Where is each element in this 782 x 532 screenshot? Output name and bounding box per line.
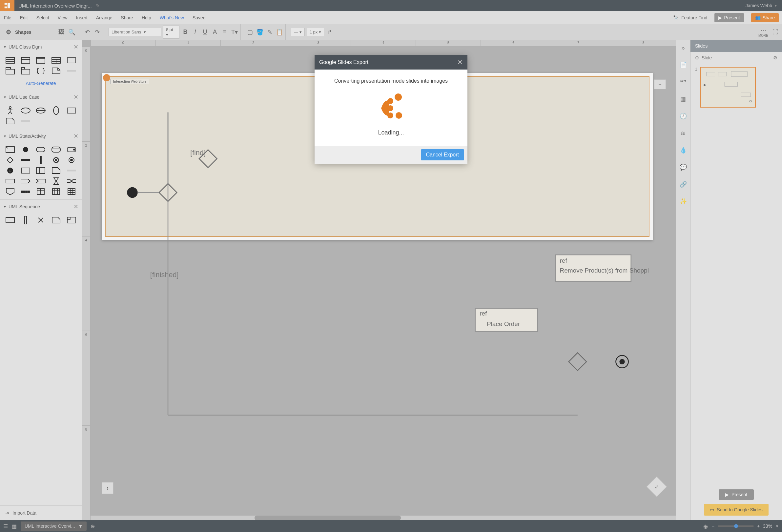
svg-point-96: [387, 105, 393, 111]
svg-point-93: [395, 94, 402, 101]
close-icon[interactable]: ✕: [457, 59, 463, 66]
cancel-export-button[interactable]: Cancel Export: [421, 149, 464, 161]
loading-text: Loading...: [321, 129, 461, 136]
svg-point-95: [387, 98, 393, 104]
export-modal: Google Slides Export ✕ Converting presen…: [315, 55, 467, 164]
modal-backdrop: Google Slides Export ✕ Converting presen…: [0, 0, 782, 532]
modal-message: Converting presentation mode slides into…: [321, 78, 461, 84]
loader-icon: [375, 92, 407, 121]
svg-point-97: [387, 112, 393, 118]
svg-point-94: [396, 112, 402, 119]
modal-title: Google Slides Export: [319, 59, 457, 65]
